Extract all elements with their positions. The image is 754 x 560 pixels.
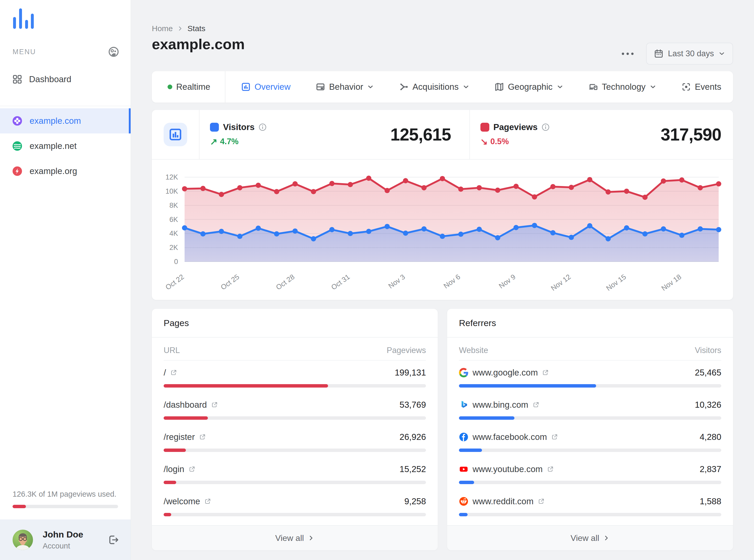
referrer-site[interactable]: www.reddit.com: [472, 496, 534, 506]
pageviews-bar: [163, 416, 426, 420]
sidebar-item-dashboard[interactable]: Dashboard: [0, 68, 131, 91]
referrer-value: 2,837: [699, 464, 721, 474]
pageviews-swatch: [480, 123, 489, 132]
breadcrumb-chevron-icon: [177, 25, 183, 32]
external-link-icon[interactable]: [170, 369, 177, 376]
svg-text:Oct 28: Oct 28: [275, 273, 296, 292]
visitors-stat: Visitors ↗ 4.7% 125,615: [199, 122, 469, 147]
stats-row: Visitors ↗ 4.7% 125,615 Pageviews: [152, 110, 733, 160]
view-all-label: View all: [571, 533, 599, 543]
tab-geographic[interactable]: Geographic: [495, 82, 563, 92]
tab-realtime[interactable]: Realtime: [168, 82, 210, 92]
table-row: www.facebook.com 4,280: [459, 432, 721, 452]
referrer-value: 10,326: [695, 400, 721, 410]
page-url[interactable]: /welcome: [163, 496, 200, 506]
referrer-site[interactable]: www.facebook.com: [472, 432, 547, 442]
date-range-label: Last 30 days: [668, 49, 714, 58]
external-link-icon[interactable]: [211, 401, 218, 408]
external-link-icon[interactable]: [199, 434, 206, 440]
info-icon[interactable]: [259, 123, 267, 131]
sidebar-item-example-net[interactable]: example.net: [0, 134, 131, 159]
page-url[interactable]: /register: [163, 432, 195, 442]
bing-favicon: [459, 400, 468, 409]
site-label: example.net: [30, 141, 77, 151]
svg-text:Nov 6: Nov 6: [442, 273, 462, 290]
referrer-site[interactable]: www.youtube.com: [472, 464, 543, 474]
page-url[interactable]: /login: [163, 464, 184, 474]
tab-behavior[interactable]: Behavior: [316, 82, 374, 92]
more-options-button[interactable]: [621, 50, 634, 58]
pageviews-bar: [163, 384, 426, 387]
page-url[interactable]: /dashboard: [163, 400, 207, 410]
account-role: Account: [43, 542, 83, 550]
external-link-icon[interactable]: [547, 466, 554, 473]
tab-events[interactable]: Events: [681, 82, 721, 92]
geographic-map-icon: [495, 82, 504, 92]
svg-text:Nov 18: Nov 18: [660, 273, 683, 293]
appearance-icon[interactable]: [108, 46, 119, 57]
trend-up-icon: ↗: [210, 136, 217, 147]
page-url[interactable]: /: [163, 368, 166, 378]
external-link-icon[interactable]: [189, 466, 195, 473]
pages-panel-title: Pages: [152, 309, 438, 338]
referrers-view-all-button[interactable]: View all: [447, 525, 733, 550]
pages-view-all-button[interactable]: View all: [152, 525, 438, 550]
site-label: example.com: [30, 116, 81, 126]
page-value: 15,252: [400, 464, 426, 474]
stats-icon-cell: [152, 123, 199, 146]
sidebar-item-example-com[interactable]: example.com: [0, 108, 131, 134]
tab-overview[interactable]: Overview: [241, 82, 291, 92]
app-logo[interactable]: [13, 8, 34, 29]
external-link-icon[interactable]: [204, 498, 211, 505]
breadcrumb-home[interactable]: Home: [152, 24, 173, 33]
external-link-icon[interactable]: [551, 434, 558, 440]
logout-icon[interactable]: [108, 534, 119, 545]
table-row: /register 26,926: [163, 432, 426, 452]
referrer-value: 4,280: [699, 432, 721, 442]
overview-card: Visitors ↗ 4.7% 125,615 Pageviews: [152, 110, 733, 300]
col-url: URL: [163, 346, 180, 355]
pages-table-header: URL Pageviews: [163, 341, 426, 361]
visitors-pageviews-chart[interactable]: 02K4K6K8K10K12KOct 22Oct 25Oct 28Oct 31N…: [152, 160, 733, 299]
page-value: 26,926: [400, 432, 426, 442]
behavior-layout-icon: [316, 82, 325, 92]
info-icon[interactable]: [542, 123, 549, 131]
ellipsis-icon: [622, 53, 624, 55]
tab-technology[interactable]: Technology: [588, 82, 656, 92]
svg-text:Oct 31: Oct 31: [330, 273, 351, 292]
sidebar-item-example-org[interactable]: example.org: [0, 159, 131, 184]
svg-text:12K: 12K: [166, 173, 178, 181]
reddit-favicon: [459, 497, 468, 506]
date-range-button[interactable]: Last 30 days: [646, 43, 733, 65]
pageviews-bar: [163, 513, 426, 516]
table-row: www.reddit.com 1,588: [459, 496, 721, 516]
external-link-icon[interactable]: [542, 369, 549, 376]
referrers-panel-title: Referrers: [447, 309, 733, 338]
stats-chart-tile: [163, 123, 187, 146]
external-link-icon[interactable]: [533, 401, 539, 408]
avatar[interactable]: [13, 529, 33, 550]
visitors-swatch: [210, 123, 219, 132]
external-link-icon[interactable]: [538, 498, 545, 505]
svg-text:Oct 22: Oct 22: [164, 273, 186, 292]
usage-text: 126.3K of 1M pageviews used.: [13, 490, 118, 499]
chevron-down-icon: [367, 83, 374, 90]
referrer-site[interactable]: www.google.com: [472, 368, 538, 378]
trend-down-icon: ↘: [480, 136, 488, 147]
usage-progress-fill: [13, 505, 26, 508]
table-row: /login 15,252: [163, 464, 426, 484]
table-row: /dashboard 53,769: [163, 400, 426, 420]
pages-rows: / 199,131 /dashboard 53,769 /register: [163, 361, 426, 516]
overview-chart-icon: [241, 82, 251, 92]
visitors-bar: [459, 448, 721, 452]
site-list: example.com example.net example.org: [0, 108, 131, 184]
table-row: www.google.com 25,465: [459, 367, 721, 387]
technology-devices-icon: [588, 82, 598, 92]
usage-meter: 126.3K of 1M pageviews used.: [13, 490, 118, 508]
referrer-site[interactable]: www.bing.com: [472, 400, 528, 410]
referrer-value: 25,465: [695, 368, 721, 378]
tab-acquisitions[interactable]: Acquisitions: [399, 82, 469, 92]
page-value: 199,131: [395, 368, 426, 378]
calendar-icon: [654, 49, 663, 58]
chevron-down-icon: [718, 50, 725, 57]
